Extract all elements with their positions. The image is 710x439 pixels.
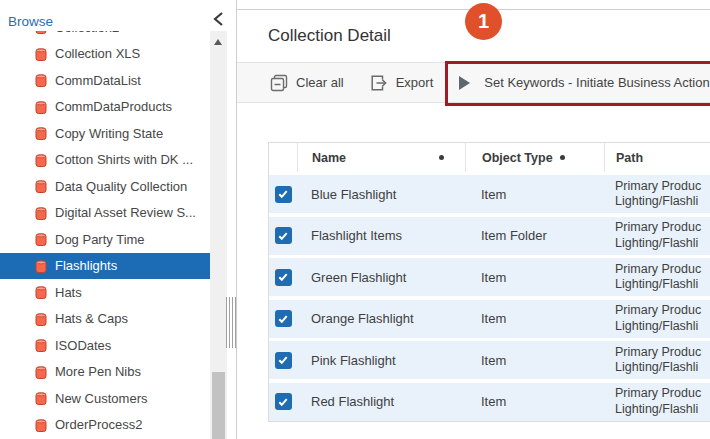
panel-resize-handle[interactable] — [226, 297, 236, 348]
row-checkbox[interactable] — [269, 258, 297, 296]
sidebar-item-label: Cotton Shirts with DK ... — [55, 152, 193, 167]
table-row[interactable]: Pink Flashlight Item Primary Produc Ligh… — [269, 341, 710, 379]
sidebar-item-label: ISODates — [55, 338, 111, 353]
collection-icon — [35, 259, 47, 273]
collection-icon — [35, 47, 47, 61]
sidebar-title: Browse — [8, 14, 53, 29]
sidebar-item[interactable]: Flashlights — [0, 253, 210, 280]
sidebar-item[interactable]: OrderProcess2 — [0, 412, 210, 439]
table-row[interactable]: Red Flashlight Item Primary Produc Light… — [269, 383, 710, 421]
collection-icon — [35, 365, 47, 379]
checkbox-checked-icon — [275, 310, 292, 327]
sidebar-item-label: Flashlights — [55, 258, 117, 273]
collection-icon — [35, 179, 47, 193]
sidebar-item[interactable]: New Customers — [0, 385, 210, 412]
cell-name: Orange Flashlight — [297, 300, 465, 338]
sidebar-item[interactable]: Digital Asset Review S... — [0, 200, 210, 227]
sidebar-item[interactable]: More Pen Nibs — [0, 359, 210, 386]
path-line-2: Lighting/Flashli — [615, 319, 698, 335]
collection-icon — [35, 153, 47, 167]
sidebar-item[interactable]: Cotton Shirts with DK ... — [0, 147, 210, 174]
path-line-1: Primary Produc — [615, 262, 701, 278]
path-line-1: Primary Produc — [615, 386, 701, 402]
path-line-1: Primary Produc — [615, 303, 701, 319]
cell-path: Primary Produc Lighting/Flashli — [604, 383, 710, 421]
collection-icon — [35, 338, 47, 352]
column-menu-dot — [439, 155, 444, 160]
sidebar-item[interactable]: Data Quality Collection — [0, 173, 210, 200]
export-icon — [370, 74, 388, 92]
cell-name: Red Flashlight — [297, 383, 465, 421]
checkbox-checked-icon — [275, 269, 292, 286]
sidebar-item[interactable]: CommDataProducts — [0, 94, 210, 121]
cell-object-type: Item Folder — [465, 217, 604, 255]
collection-list: Collection2 Collection XLS CommDataList … — [0, 31, 210, 439]
table-body: Blue Flashlight Item Primary Produc Ligh… — [269, 175, 710, 421]
sidebar-item-label: Hats — [55, 285, 82, 300]
sidebar-item[interactable]: CommDataList — [0, 67, 210, 94]
cell-name: Pink Flashlight — [297, 341, 465, 379]
path-line-2: Lighting/Flashli — [615, 360, 698, 376]
column-header-label: Name — [312, 151, 346, 165]
collection-icon — [35, 206, 47, 220]
checkbox-checked-icon — [275, 227, 292, 244]
table-row[interactable]: Flashlight Items Item Folder Primary Pro… — [269, 217, 710, 255]
sidebar-item-label: Copy Writing State — [55, 126, 163, 141]
column-header[interactable]: Object Type — [465, 143, 604, 172]
export-button[interactable]: Export — [370, 74, 434, 92]
sidebar-item-label: Digital Asset Review S... — [55, 205, 196, 220]
row-checkbox[interactable] — [269, 383, 297, 421]
sidebar-item-label: Collection XLS — [55, 46, 140, 61]
checkbox-checked-icon — [275, 186, 292, 203]
sidebar-item-label: Collection2 — [55, 31, 119, 35]
sidebar-item-label: Data Quality Collection — [55, 179, 187, 194]
collection-icon — [35, 418, 47, 432]
sidebar-item[interactable]: Collection XLS — [0, 41, 210, 68]
sidebar-scrollbar[interactable] — [210, 31, 227, 439]
scroll-up-icon[interactable] — [214, 39, 222, 45]
path-line-1: Primary Produc — [615, 179, 701, 195]
sidebar-item-label: New Customers — [55, 391, 147, 406]
row-checkbox[interactable] — [269, 217, 297, 255]
cell-path: Primary Produc Lighting/Flashli — [604, 175, 710, 213]
checkbox-checked-icon — [275, 393, 292, 410]
path-line-2: Lighting/Flashli — [615, 194, 698, 210]
scrollbar-thumb[interactable] — [212, 372, 225, 439]
path-line-1: Primary Produc — [615, 220, 701, 236]
set-keywords-label: Set Keywords - Initiate Business Action — [484, 75, 709, 90]
path-line-2: Lighting/Flashli — [615, 402, 698, 418]
sidebar-item[interactable]: Hats — [0, 279, 210, 306]
row-checkbox[interactable] — [269, 175, 297, 213]
sidebar-item[interactable]: ISODates — [0, 332, 210, 359]
collection-icon — [35, 285, 47, 299]
sidebar-item[interactable]: Dog Party Time — [0, 226, 210, 253]
cell-object-type: Item — [465, 341, 604, 379]
collection-icon — [35, 391, 47, 405]
sidebar-item-label: Dog Party Time — [55, 232, 145, 247]
row-checkbox[interactable] — [269, 341, 297, 379]
select-all-column-header[interactable] — [269, 143, 297, 172]
row-checkbox[interactable] — [269, 300, 297, 338]
toolbar: Clear all Export Set Keywords - Initiate… — [237, 62, 710, 103]
collection-icon — [35, 31, 47, 34]
sidebar-item[interactable]: Collection2 — [0, 31, 210, 41]
cell-name: Flashlight Items — [297, 217, 465, 255]
chevron-left-icon[interactable] — [212, 11, 224, 27]
sidebar-item[interactable]: Hats & Caps — [0, 306, 210, 333]
cell-path: Primary Produc Lighting/Flashli — [604, 341, 710, 379]
clear-all-button[interactable]: Clear all — [270, 74, 344, 92]
table-row[interactable]: Orange Flashlight Item Primary Produc Li… — [269, 300, 710, 338]
table-row[interactable]: Green Flashlight Item Primary Produc Lig… — [269, 258, 710, 296]
sidebar-item[interactable]: Copy Writing State — [0, 120, 210, 147]
collection-icon — [35, 73, 47, 87]
set-keywords-button[interactable]: Set Keywords - Initiate Business Action — [459, 75, 709, 90]
cell-path: Primary Produc Lighting/Flashli — [604, 300, 710, 338]
checkbox-checked-icon — [275, 352, 292, 369]
column-header[interactable]: Name — [297, 143, 465, 172]
table-row[interactable]: Blue Flashlight Item Primary Produc Ligh… — [269, 175, 710, 213]
column-header[interactable]: Path — [604, 143, 710, 172]
sidebar-item-label: CommDataList — [55, 73, 141, 88]
table-header-row: Name Object Type Path — [269, 142, 710, 172]
cell-object-type: Item — [465, 258, 604, 296]
cell-object-type: Item — [465, 300, 604, 338]
